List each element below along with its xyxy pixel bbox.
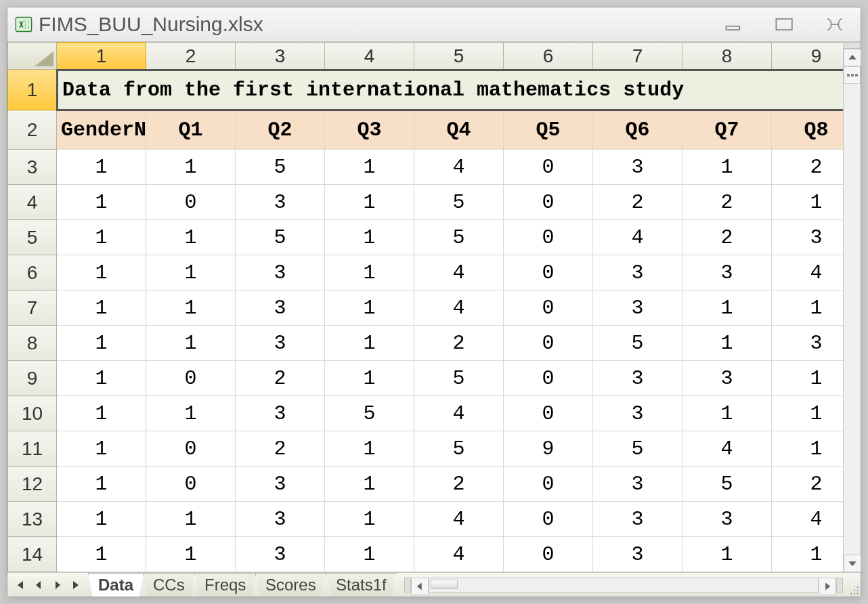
data-cell[interactable]: 1 [682,537,772,572]
data-cell[interactable]: 1 [57,255,146,290]
data-cell[interactable]: 3 [593,361,682,396]
row-header[interactable]: 5 [8,220,57,255]
data-cell[interactable]: 5 [414,185,504,220]
data-cell[interactable]: 4 [414,255,504,290]
data-cell[interactable]: 3 [772,220,844,255]
data-cell[interactable]: 1 [325,537,414,572]
data-cell[interactable]: 1 [772,431,844,467]
data-cell[interactable]: 4 [414,290,504,326]
row-header[interactable]: 8 [8,326,57,361]
data-cell[interactable]: 1 [146,502,236,537]
data-cell[interactable]: 1 [57,185,146,220]
column-header[interactable]: 9 [772,43,844,70]
data-cell[interactable]: 1 [325,361,414,396]
data-cell[interactable]: 1 [57,220,146,255]
data-cell[interactable]: 1 [57,467,146,502]
data-cell[interactable]: 3 [682,361,772,396]
data-cell[interactable]: 3 [593,396,682,431]
vertical-scroll-track[interactable] [844,84,861,555]
column-header[interactable]: 4 [325,43,414,70]
data-cell[interactable]: 5 [325,396,414,431]
column-header[interactable]: 1 [57,43,146,70]
column-header[interactable]: 3 [236,43,325,70]
data-cell[interactable]: 1 [57,361,146,396]
select-all-corner[interactable] [8,43,57,70]
tab-nav-next-button[interactable] [48,576,67,595]
data-cell[interactable]: 1 [325,326,414,361]
data-cell[interactable]: 0 [146,185,236,220]
sheet-tab[interactable]: Data [88,573,144,597]
data-cell[interactable]: 3 [593,150,682,185]
column-header[interactable]: 7 [593,43,682,70]
tab-split-handle[interactable] [404,578,411,592]
data-cell[interactable]: 2 [236,361,325,396]
data-cell[interactable]: 5 [236,150,325,185]
horizontal-scroll-thumb[interactable] [431,580,458,589]
sheet-tab[interactable]: CCs [143,573,195,597]
data-cell[interactable]: 0 [504,326,593,361]
column-label-cell[interactable]: Q6 [593,110,682,150]
close-button[interactable] [820,14,850,35]
row-header[interactable]: 2 [8,110,57,150]
row-header[interactable]: 14 [8,537,57,572]
data-cell[interactable]: 3 [236,185,325,220]
data-cell[interactable]: 4 [414,150,504,185]
data-cell[interactable]: 0 [146,431,236,467]
data-cell[interactable]: 2 [772,467,844,502]
data-cell[interactable]: 0 [504,150,593,185]
data-cell[interactable]: 1 [325,502,414,537]
column-header[interactable]: 8 [682,43,772,70]
data-cell[interactable]: 5 [593,326,682,361]
data-cell[interactable]: 1 [772,185,844,220]
data-cell[interactable]: 1 [325,150,414,185]
column-label-cell[interactable]: GenderN [57,110,146,150]
row-header[interactable]: 6 [8,255,57,290]
column-header[interactable]: 2 [146,43,236,70]
data-cell[interactable]: 4 [593,220,682,255]
data-cell[interactable]: 3 [593,290,682,326]
data-cell[interactable]: 1 [772,396,844,431]
data-cell[interactable]: 9 [504,431,593,467]
data-cell[interactable]: 5 [236,220,325,255]
data-cell[interactable]: 1 [146,326,236,361]
data-cell[interactable]: 3 [236,255,325,290]
data-cell[interactable]: 3 [593,537,682,572]
data-cell[interactable]: 2 [414,467,504,502]
data-cell[interactable]: 1 [57,326,146,361]
data-cell[interactable]: 0 [504,220,593,255]
tab-nav-first-button[interactable] [10,576,29,595]
row-header[interactable]: 12 [8,467,57,502]
column-label-cell[interactable]: Q8 [772,110,844,150]
column-label-cell[interactable]: Q1 [146,110,236,150]
data-cell[interactable]: 3 [593,502,682,537]
vertical-scrollbar[interactable] [843,42,861,572]
row-header[interactable]: 4 [8,185,57,220]
row-header[interactable]: 11 [8,431,57,467]
data-cell[interactable]: 1 [325,185,414,220]
titlebar[interactable]: FIMS_BUU_Nursing.xlsx [7,7,861,42]
data-cell[interactable]: 5 [414,431,504,467]
data-cell[interactable]: 5 [593,431,682,467]
horizontal-scrollbar[interactable] [411,578,836,592]
data-cell[interactable]: 1 [57,537,146,572]
data-cell[interactable]: 4 [682,431,772,467]
maximize-button[interactable] [770,14,800,35]
data-cell[interactable]: 1 [57,150,146,185]
column-label-cell[interactable]: Q7 [682,110,772,150]
vertical-split-handle[interactable] [844,42,861,49]
data-cell[interactable]: 1 [325,431,414,467]
scroll-right-button[interactable] [819,578,836,595]
data-cell[interactable]: 2 [236,431,325,467]
data-cell[interactable]: 3 [682,502,772,537]
data-cell[interactable]: 4 [414,396,504,431]
scroll-up-button[interactable] [844,49,861,66]
data-cell[interactable]: 1 [146,290,236,326]
data-cell[interactable]: 0 [504,185,593,220]
data-cell[interactable]: 1 [146,150,236,185]
data-cell[interactable]: 3 [682,255,772,290]
title-cell[interactable]: Data from the first international mathem… [57,70,844,110]
resize-grip-icon[interactable] [846,573,861,597]
data-cell[interactable]: 2 [593,185,682,220]
row-header[interactable]: 3 [8,150,57,185]
column-label-cell[interactable]: Q4 [414,110,504,150]
